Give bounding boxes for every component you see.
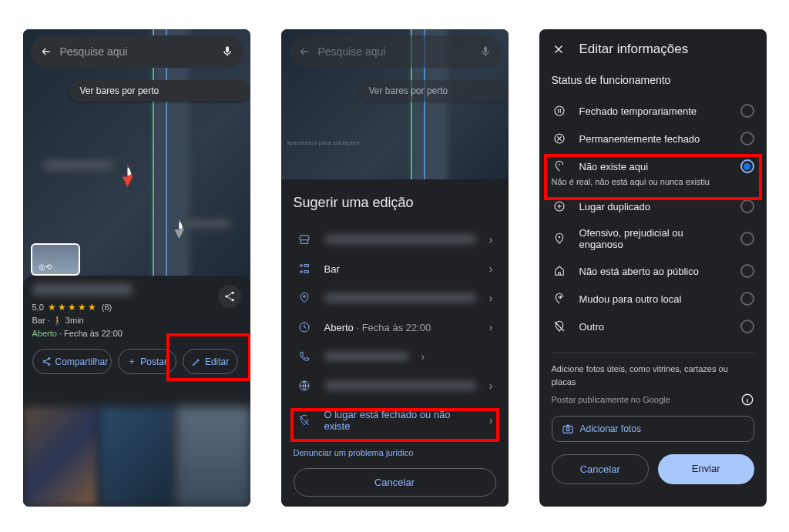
status-option-duplicate[interactable]: Lugar duplicado bbox=[552, 192, 754, 220]
chevron-right-icon: › bbox=[489, 292, 493, 304]
status-option-private[interactable]: Não está aberto ao público bbox=[552, 257, 754, 285]
place-photo[interactable] bbox=[176, 407, 250, 507]
back-icon bbox=[298, 45, 311, 58]
search-bar[interactable]: Pesquise aqui bbox=[31, 35, 243, 68]
add-photos-label: Adicionar fotos bbox=[580, 423, 641, 434]
edit-location[interactable]: › bbox=[294, 283, 496, 313]
duplicate-icon bbox=[552, 200, 567, 212]
public-notice-text: Postar publicamente no Google bbox=[552, 395, 670, 404]
rating-row: 5,0 ★★★★★ (8) bbox=[32, 302, 241, 313]
place-meta: Bar · 🚶 3min bbox=[32, 316, 241, 326]
edit-category[interactable]: Bar › bbox=[294, 254, 496, 283]
place-photo[interactable] bbox=[99, 407, 174, 507]
svg-point-13 bbox=[555, 106, 564, 115]
walk-time: 3min bbox=[65, 316, 84, 325]
edit-hours[interactable]: Aberto · Fecha às 22:00 › bbox=[294, 313, 496, 342]
place-title-blurred bbox=[32, 283, 133, 296]
edit-website[interactable]: › bbox=[294, 371, 496, 400]
status-option-pause[interactable]: Fechado temporariamente bbox=[552, 97, 754, 125]
edit-phone[interactable]: › bbox=[294, 342, 496, 371]
sheet-title: Sugerir uma edição bbox=[294, 195, 496, 211]
status-option-moved[interactable]: Mudou para outro local bbox=[552, 285, 754, 313]
back-icon[interactable] bbox=[40, 45, 52, 58]
radio-icon[interactable] bbox=[740, 159, 754, 173]
status-option-offensive[interactable]: Ofensivo, prejudicial ou enganoso bbox=[552, 220, 754, 257]
edit-name[interactable]: › bbox=[294, 225, 496, 254]
blurred-website bbox=[324, 381, 477, 390]
cancel-button[interactable]: Cancelar bbox=[552, 454, 650, 484]
submit-button[interactable]: Enviar bbox=[658, 454, 754, 484]
share-chip[interactable]: Compartilhar bbox=[32, 349, 112, 374]
radio-icon[interactable] bbox=[740, 199, 754, 213]
photos-carousel[interactable] bbox=[23, 407, 250, 507]
close-icon[interactable] bbox=[552, 42, 566, 56]
blurred-phone bbox=[324, 352, 409, 361]
post-chip-label: Postar bbox=[140, 356, 167, 367]
search-placeholder: Pesquise aqui bbox=[60, 45, 213, 58]
status-option-label: Lugar duplicado bbox=[579, 201, 728, 212]
chevron-right-icon: › bbox=[489, 414, 493, 427]
edit-chip[interactable]: Editar bbox=[183, 349, 238, 374]
edit-header: Editar informações bbox=[552, 42, 754, 57]
reviews-count: (8) bbox=[102, 303, 112, 312]
photos-help-text: Adicione fotos úteis, como vitrines, car… bbox=[552, 363, 754, 388]
mic-icon[interactable] bbox=[221, 45, 233, 58]
place-closed-or-missing[interactable]: O lugar está fechado ou não existe › bbox=[294, 400, 496, 440]
radio-icon[interactable] bbox=[740, 320, 754, 333]
action-chips-row: Compartilhar ＋ Postar Editar bbox=[32, 349, 241, 377]
screen-place-detail: Pesquise aqui Ver bares por perto ◎⟲ 5,0… bbox=[23, 29, 250, 507]
blurred-address bbox=[324, 293, 477, 303]
moved-icon bbox=[552, 293, 567, 305]
chevron-right-icon: › bbox=[489, 380, 493, 392]
public-notice-row: Postar publicamente no Google bbox=[552, 393, 754, 407]
cancel-button[interactable]: Cancelar bbox=[294, 468, 496, 497]
share-button[interactable] bbox=[218, 285, 241, 308]
nearby-chip[interactable]: Ver bares por perto bbox=[69, 80, 250, 102]
category-label: Bar bbox=[324, 263, 477, 275]
plus-icon: ＋ bbox=[127, 355, 136, 368]
svg-point-3 bbox=[48, 358, 49, 360]
chevron-right-icon: › bbox=[489, 321, 493, 333]
search-placeholder: Pesquise aqui bbox=[318, 45, 472, 58]
radio-icon[interactable] bbox=[740, 132, 754, 146]
private-icon bbox=[552, 265, 567, 277]
chevron-right-icon: › bbox=[489, 233, 493, 246]
svg-point-1 bbox=[225, 295, 227, 297]
radio-icon[interactable] bbox=[740, 232, 754, 246]
place-photo[interactable] bbox=[23, 407, 98, 507]
status-option-subtext: Não é real, não está aqui ou nunca exist… bbox=[552, 177, 754, 186]
add-photos-button[interactable]: Adicionar fotos bbox=[552, 416, 754, 442]
radio-icon[interactable] bbox=[740, 104, 754, 118]
blurred-map-label-2 bbox=[185, 219, 231, 228]
storefront-icon bbox=[297, 233, 312, 246]
info-icon[interactable] bbox=[740, 393, 754, 407]
place-bottom-sheet: 5,0 ★★★★★ (8) Bar · 🚶 3min Aberto · Fech… bbox=[23, 276, 250, 507]
status-option-not-here[interactable]: Não existe aqui bbox=[552, 152, 754, 180]
streetview-thumbnail[interactable]: ◎⟲ bbox=[31, 243, 80, 276]
closing-time: Fecha às 22:00 bbox=[64, 329, 123, 338]
svg-point-16 bbox=[559, 236, 559, 237]
status-option-closed[interactable]: Permanentemente fechado bbox=[552, 125, 754, 152]
location-off-icon bbox=[297, 414, 312, 427]
status-option-label: Outro bbox=[579, 321, 728, 333]
svg-rect-18 bbox=[563, 427, 572, 433]
svg-point-6 bbox=[300, 265, 302, 267]
svg-point-2 bbox=[231, 299, 233, 301]
edit-chip-label: Editar bbox=[205, 356, 229, 367]
svg-point-4 bbox=[43, 360, 45, 362]
status-option-other[interactable]: Outro bbox=[552, 313, 754, 340]
post-chip[interactable]: ＋ Postar bbox=[118, 349, 176, 374]
map-poi-label: iipamentos para soldagem bbox=[287, 139, 360, 146]
place-category: Bar bbox=[32, 316, 45, 325]
camera-plus-icon bbox=[562, 423, 574, 435]
suggest-edit-sheet: Sugerir uma edição › Bar › › bbox=[281, 179, 509, 507]
footer-buttons: Cancelar Enviar bbox=[552, 454, 754, 484]
svg-point-19 bbox=[566, 428, 569, 431]
radio-icon[interactable] bbox=[740, 264, 754, 278]
svg-rect-9 bbox=[304, 271, 308, 273]
closed-label: O lugar está fechado ou não existe bbox=[324, 409, 477, 432]
report-legal-link[interactable]: Denunciar um problema jurídico bbox=[294, 448, 496, 457]
pause-icon bbox=[552, 105, 567, 117]
phone-icon bbox=[297, 350, 312, 363]
radio-icon[interactable] bbox=[740, 292, 754, 306]
